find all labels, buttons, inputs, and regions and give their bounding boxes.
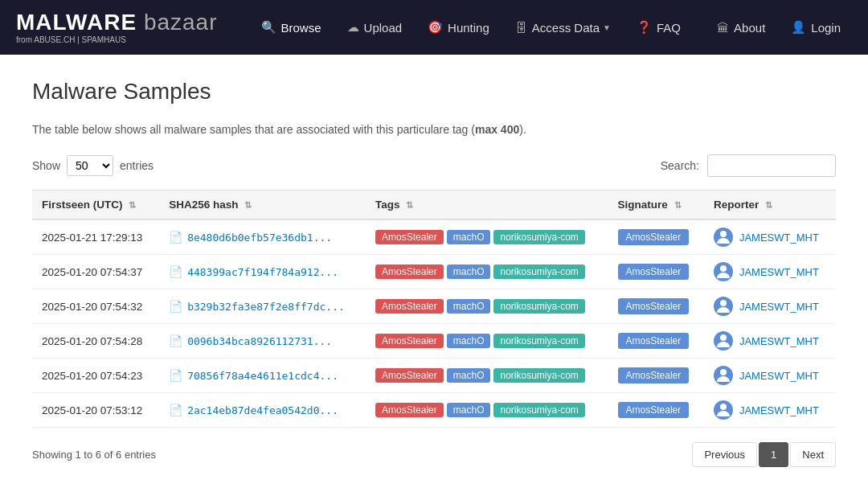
cell-signature: AmosStealer — [608, 393, 704, 428]
cell-reporter: JAMESWT_MHT — [704, 324, 836, 359]
hash-cell: 📄2ac14eb87de4fea0542d0... — [169, 404, 356, 416]
sort-signature-icon: ⇅ — [674, 200, 682, 210]
next-button[interactable]: Next — [790, 442, 836, 467]
signature-badge[interactable]: AmosStealer — [618, 229, 690, 245]
pagination: Previous 1 Next — [692, 442, 836, 467]
tag-badge[interactable]: machO — [447, 230, 491, 244]
tag-badge[interactable]: norikosumiya-com — [493, 299, 584, 314]
tag-badge[interactable]: machO — [447, 299, 491, 314]
cell-reporter: JAMESWT_MHT — [704, 393, 836, 428]
sha256-link[interactable]: 70856f78a4e4611e1cdc4... — [187, 370, 338, 382]
tag-badge[interactable]: norikosumiya-com — [493, 265, 584, 279]
nav-item-access-data[interactable]: 🗄 Access Data ▼ — [504, 14, 622, 41]
cell-sha256: 📄0096b34bca8926112731... — [159, 324, 366, 359]
avatar — [714, 228, 733, 247]
nav-faq-label: FAQ — [657, 21, 681, 35]
nav-item-hunting[interactable]: 🎯 Hunting — [416, 14, 501, 41]
tag-badge[interactable]: norikosumiya-com — [493, 403, 584, 417]
reporter-container: JAMESWT_MHT — [714, 366, 826, 385]
col-firstseen[interactable]: Firstseen (UTC) ⇅ — [32, 191, 159, 220]
tag-badge[interactable]: machO — [447, 265, 491, 279]
navbar: MALWARE bazaar from ABUSE.CH | SPAMHAUS … — [0, 0, 868, 55]
sha256-link[interactable]: 2ac14eb87de4fea0542d0... — [187, 404, 338, 416]
cell-signature: AmosStealer — [608, 359, 704, 393]
cell-sha256: 📄448399ac7f194f784a912... — [159, 255, 366, 289]
nav-item-browse[interactable]: 🔍 Browse — [250, 14, 333, 41]
tag-badge[interactable]: AmosStealer — [375, 334, 444, 348]
sha256-link[interactable]: 8e480d6b0efb57e36db1... — [187, 232, 332, 244]
sort-reporter-icon: ⇅ — [765, 200, 772, 210]
tags-container: AmosStealermachOnorikosumiya-com — [375, 334, 599, 348]
page-description: The table below shows all malware sample… — [32, 121, 836, 138]
svg-point-4 — [720, 369, 727, 375]
col-sha256[interactable]: SHA256 hash ⇅ — [159, 191, 366, 220]
upload-icon: ☁ — [347, 20, 359, 35]
tag-badge[interactable]: AmosStealer — [375, 265, 444, 279]
reporter-link[interactable]: JAMESWT_MHT — [739, 266, 819, 278]
col-tags-label: Tags — [375, 199, 400, 211]
cell-firstseen: 2025-01-20 07:54:23 — [32, 359, 159, 393]
avatar — [714, 400, 733, 420]
col-tags[interactable]: Tags ⇅ — [366, 191, 608, 220]
sha256-link[interactable]: 0096b34bca8926112731... — [187, 335, 332, 347]
cell-reporter: JAMESWT_MHT — [704, 219, 836, 255]
sha256-link[interactable]: 448399ac7f194f784a912... — [187, 266, 338, 278]
table-footer: Showing 1 to 6 of 6 entries Previous 1 N… — [32, 442, 836, 467]
sort-tags-icon: ⇅ — [406, 200, 413, 210]
cell-firstseen: 2025-01-21 17:29:13 — [32, 219, 159, 255]
signature-badge[interactable]: AmosStealer — [618, 367, 690, 383]
col-reporter[interactable]: Reporter ⇅ — [704, 191, 836, 220]
chevron-down-icon: ▼ — [603, 23, 611, 32]
table-row: 2025-01-20 07:53:12📄2ac14eb87de4fea0542d… — [32, 393, 836, 428]
tags-container: AmosStealermachOnorikosumiya-com — [375, 299, 599, 314]
signature-badge[interactable]: AmosStealer — [618, 298, 690, 314]
tag-badge[interactable]: norikosumiya-com — [493, 334, 584, 348]
nav-item-login[interactable]: 👤 Login — [780, 14, 852, 41]
cell-sha256: 📄b329b32fa3e87f2e8ff7dc... — [159, 289, 366, 324]
hash-cell: 📄448399ac7f194f784a912... — [169, 265, 356, 278]
reporter-link[interactable]: JAMESWT_MHT — [739, 335, 819, 347]
desc-part1: The table below shows all malware sample… — [32, 123, 475, 136]
sha256-link[interactable]: b329b32fa3e87f2e8ff7dc... — [187, 301, 345, 313]
file-icon: 📄 — [169, 404, 182, 416]
tag-badge[interactable]: norikosumiya-com — [493, 230, 584, 244]
nav-item-faq[interactable]: ❓ FAQ — [625, 14, 692, 41]
reporter-link[interactable]: JAMESWT_MHT — [739, 404, 819, 416]
tag-badge[interactable]: machO — [447, 403, 491, 417]
cell-firstseen: 2025-01-20 07:54:37 — [32, 255, 159, 289]
table-header: Firstseen (UTC) ⇅ SHA256 hash ⇅ Tags ⇅ S… — [32, 191, 836, 220]
cell-reporter: JAMESWT_MHT — [704, 255, 836, 289]
nav-item-about[interactable]: 🏛 About — [706, 14, 776, 41]
table-row: 2025-01-20 07:54:37📄448399ac7f194f784a91… — [32, 255, 836, 289]
sort-firstseen-icon: ⇅ — [129, 200, 136, 210]
nav-hunting-label: Hunting — [448, 21, 489, 35]
tag-badge[interactable]: AmosStealer — [375, 403, 444, 417]
avatar — [714, 297, 733, 316]
reporter-link[interactable]: JAMESWT_MHT — [739, 301, 819, 313]
tag-badge[interactable]: AmosStealer — [375, 368, 444, 383]
signature-badge[interactable]: AmosStealer — [618, 264, 690, 280]
col-signature[interactable]: Signature ⇅ — [608, 191, 704, 220]
search-input[interactable] — [707, 154, 836, 177]
reporter-link[interactable]: JAMESWT_MHT — [739, 370, 819, 382]
entries-per-page-select[interactable]: 10 25 50 100 — [67, 155, 113, 176]
brand-suffix: bazaar — [137, 10, 217, 35]
nav-item-upload[interactable]: ☁ Upload — [336, 14, 414, 41]
tag-badge[interactable]: machO — [447, 368, 491, 383]
cell-tags: AmosStealermachOnorikosumiya-com — [366, 324, 608, 359]
nav-browse-label: Browse — [281, 21, 321, 35]
previous-button[interactable]: Previous — [692, 442, 757, 467]
desc-part2: ). — [519, 123, 526, 136]
page-1-button[interactable]: 1 — [759, 442, 788, 467]
page-title: Malware Samples — [32, 79, 836, 105]
cell-firstseen: 2025-01-20 07:54:32 — [32, 289, 159, 324]
tag-badge[interactable]: machO — [447, 334, 491, 348]
signature-badge[interactable]: AmosStealer — [618, 333, 690, 349]
signature-badge[interactable]: AmosStealer — [618, 402, 690, 418]
tag-badge[interactable]: norikosumiya-com — [493, 368, 584, 383]
col-firstseen-label: Firstseen (UTC) — [42, 199, 123, 211]
reporter-link[interactable]: JAMESWT_MHT — [739, 232, 819, 244]
cell-firstseen: 2025-01-20 07:54:28 — [32, 324, 159, 359]
tag-badge[interactable]: AmosStealer — [375, 299, 444, 314]
tag-badge[interactable]: AmosStealer — [375, 230, 444, 244]
